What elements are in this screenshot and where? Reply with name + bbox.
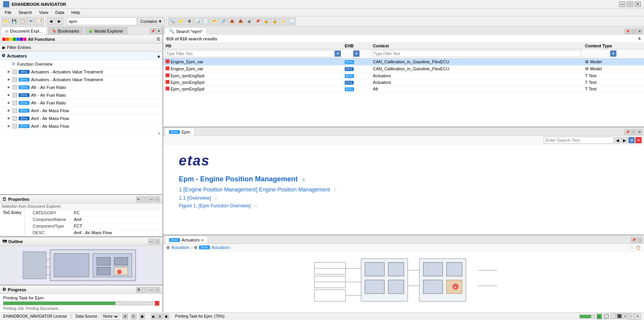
- status-stop[interactable]: ⏹: [140, 314, 145, 319]
- outline-maximize[interactable]: □: [155, 239, 160, 244]
- toolbar-btn-m[interactable]: ⚡: [279, 17, 287, 25]
- tree-item-5[interactable]: ▶ EHA Afr - Air Fuel Ratio: [0, 99, 162, 107]
- data-source-select[interactable]: None: [101, 313, 119, 320]
- bottom-max[interactable]: □: [637, 237, 642, 243]
- props-btn-1[interactable]: ✏: [136, 197, 141, 202]
- restore-button[interactable]: □: [627, 2, 633, 7]
- doc-section-1-star[interactable]: ☆: [333, 187, 337, 193]
- toolbar-btn-k[interactable]: 🔒: [262, 17, 270, 25]
- view-btn-1[interactable]: ⬜: [611, 313, 616, 319]
- search-text-input[interactable]: [544, 137, 614, 144]
- breadcrumb-actuators[interactable]: Actuators: [171, 245, 189, 250]
- toolbar-btn-4[interactable]: ✂: [27, 17, 35, 25]
- content-type-filter-icon[interactable]: ▼: [610, 50, 616, 57]
- actuators-tab-close[interactable]: ×: [201, 238, 203, 242]
- progress-stop-button[interactable]: [155, 301, 159, 306]
- toolbar-btn-c[interactable]: 📊: [194, 17, 202, 25]
- tree-item-1[interactable]: ▶ EH1 Actuators - Actuators Value Treatm…: [0, 68, 162, 76]
- doc-section-3[interactable]: Figure 1. [Epm Function Overview] ☆: [179, 203, 628, 209]
- status-btn-3[interactable]: ⏺: [164, 314, 169, 319]
- props-minimize[interactable]: —: [148, 197, 154, 202]
- tree-item-7[interactable]: ▶ EH1 Amf - Air Mass Flow: [0, 115, 162, 122]
- status-chat-icon[interactable]: 💬: [604, 314, 609, 319]
- epm-max[interactable]: □: [631, 129, 636, 135]
- result-row-4[interactable]: Epm_rpmEngSpd EHA Afr T Text: [163, 85, 644, 92]
- ehb-filter-icon[interactable]: ▼: [353, 50, 360, 57]
- toolbar-btn-a[interactable]: ⭐: [177, 17, 185, 25]
- tree-section[interactable]: ⚙ Actuators ▲ ⚙ Function Overview ▶ EH1 …: [0, 52, 162, 194]
- search-panel-close[interactable]: ✕: [637, 29, 642, 34]
- left-panel-pin[interactable]: 📌: [150, 28, 155, 34]
- functions-menu[interactable]: ☰: [157, 37, 160, 41]
- outline-minimize[interactable]: —: [148, 239, 154, 244]
- toolbar-btn-i[interactable]: 🖨: [245, 17, 253, 25]
- view-btn-2[interactable]: ⬛: [616, 313, 622, 319]
- tree-item-8[interactable]: ▶ EHA Amf - Air Mass Flow: [0, 122, 162, 130]
- toolbar-btn-l[interactable]: 🔓: [271, 17, 279, 25]
- toolbar-btn-2[interactable]: 💾: [10, 17, 18, 25]
- search-panel-pin[interactable]: 📌: [625, 29, 630, 34]
- tree-item-2[interactable]: ▶ EHA Actuators - Actuators Value Treatm…: [0, 76, 162, 83]
- contains-dropdown[interactable]: Contains ▼: [138, 17, 165, 25]
- epm-pin[interactable]: 📌: [625, 129, 630, 135]
- toolbar-btn-d[interactable]: 📑: [202, 17, 210, 25]
- menu-help[interactable]: Help: [68, 9, 84, 16]
- zoom-plus[interactable]: +: [635, 313, 641, 320]
- doc-title-star[interactable]: ☆: [301, 177, 305, 183]
- clear-search-button[interactable]: ✕: [635, 137, 642, 143]
- back-button[interactable]: ◀: [47, 17, 55, 25]
- toolbar-btn-3[interactable]: 📋: [19, 17, 26, 25]
- tree-group-actuators[interactable]: ⚙ Actuators ▲: [0, 52, 162, 60]
- results-table-container[interactable]: Hit EHB Context Content Type ▼ ▼: [163, 43, 644, 127]
- progress-minimize[interactable]: —: [148, 287, 154, 292]
- toolbar-btn-g[interactable]: 📤: [228, 17, 236, 25]
- toolbar-btn-5[interactable]: 📝: [36, 17, 44, 25]
- toolbar-btn-n[interactable]: 📃: [288, 17, 296, 25]
- outline-header[interactable]: 🗺 Outline — □: [0, 237, 162, 246]
- menu-data[interactable]: Data: [52, 9, 67, 16]
- actuators-tab[interactable]: EHA Actuators ×: [165, 236, 208, 243]
- progress-btn2[interactable]: ⋮: [142, 287, 148, 292]
- tree-item-function-overview[interactable]: ⚙ Function Overview: [0, 60, 162, 68]
- toolbar-btn-b[interactable]: ⚙: [185, 17, 193, 25]
- zoom-minus[interactable]: −: [628, 313, 634, 320]
- tree-item-6[interactable]: ▶ EHA Amf - Air Mass Flow: [0, 107, 162, 115]
- progress-header[interactable]: ⚙ Progress ⚙ ⋮ — □: [0, 285, 162, 294]
- collapse-arrow[interactable]: ∧: [638, 36, 641, 41]
- search-btn[interactable]: 🔍: [168, 17, 176, 25]
- search-tab[interactable]: 🔍 Search *epm*: [165, 27, 207, 35]
- left-panel-close[interactable]: ✕: [156, 28, 162, 34]
- doc-section-1[interactable]: 1 [Engine Position Management] Engine Po…: [179, 186, 628, 193]
- properties-header[interactable]: 🗒 Properties ✏ ⋮ — □: [0, 195, 162, 203]
- props-maximize[interactable]: □: [155, 197, 160, 202]
- view-btn-3[interactable]: ▪: [622, 313, 628, 319]
- status-btn-play[interactable]: ▶: [151, 314, 157, 319]
- tab-document-explorer[interactable]: 🗂 Document Expl...: [1, 27, 47, 35]
- search-panel-max[interactable]: □: [631, 29, 636, 34]
- tab-bookmarks[interactable]: 🔖 Bookmarks: [48, 27, 84, 35]
- menu-view[interactable]: View: [36, 9, 52, 16]
- search-settings-button[interactable]: ⚙: [628, 137, 635, 143]
- toolbar-btn-h[interactable]: 📥: [237, 17, 244, 25]
- forward-button[interactable]: ▶: [56, 17, 63, 25]
- status-btn-2[interactable]: ⏸: [157, 314, 163, 319]
- toolbar-btn-1[interactable]: 📁: [2, 17, 9, 25]
- doc-section-2[interactable]: 1.1 [Overview] ☆: [179, 195, 628, 201]
- tab-model-explorer[interactable]: 🧩 Model Explorer: [84, 27, 127, 35]
- minimize-button[interactable]: —: [619, 2, 625, 7]
- epm-close[interactable]: ✕: [637, 129, 642, 135]
- progress-settings[interactable]: ⚙: [136, 287, 141, 292]
- bottom-pin[interactable]: 📌: [631, 237, 636, 243]
- hit-filter-input[interactable]: [165, 50, 334, 57]
- result-row-1[interactable]: Engine_Epm_var EH1 CAN_Calibration_in_Ga…: [163, 65, 644, 72]
- progress-maximize[interactable]: □: [155, 287, 160, 292]
- tree-item-4[interactable]: ▶ EH1 Afr - Air Fuel Ratio: [0, 91, 162, 99]
- close-button[interactable]: ✕: [635, 2, 641, 7]
- breadcrumb-actuators-2[interactable]: Actuators: [211, 245, 229, 250]
- props-btn-2[interactable]: ⋮: [142, 197, 148, 202]
- hit-filter-icon[interactable]: ▼: [335, 50, 340, 57]
- main-search-input[interactable]: [67, 17, 137, 25]
- next-result-button[interactable]: ▶: [621, 137, 628, 143]
- breadcrumb-copy[interactable]: 📋: [635, 245, 641, 250]
- result-row-3[interactable]: Epm_rpmEngSpd EH1 Actuators T Text: [163, 79, 644, 85]
